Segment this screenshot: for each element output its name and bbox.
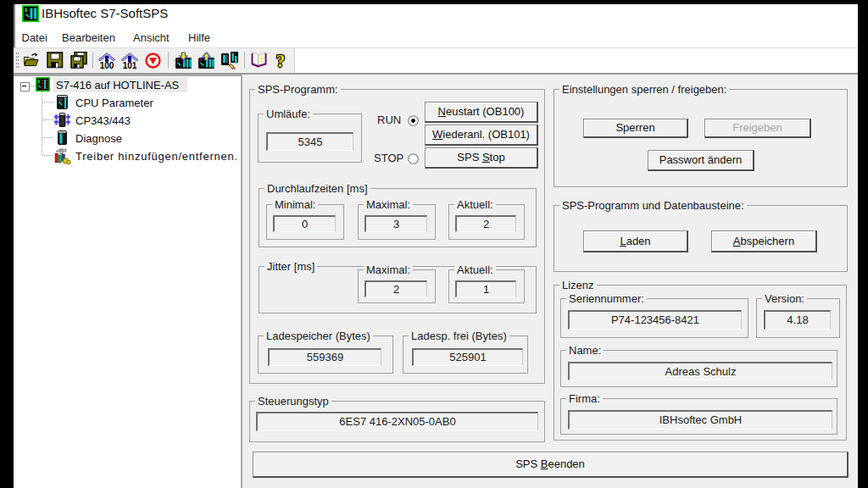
svg-text:?: ? xyxy=(276,51,286,70)
svg-text:101: 101 xyxy=(123,61,137,70)
svg-text:100: 100 xyxy=(100,61,114,70)
